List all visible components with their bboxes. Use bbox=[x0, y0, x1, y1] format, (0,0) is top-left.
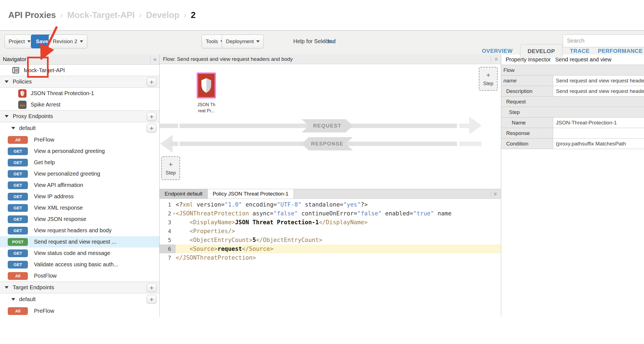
flow-item-label: PreFlow bbox=[34, 137, 54, 143]
add-proxy-endpoint-button[interactable]: + bbox=[147, 112, 157, 121]
flow-item[interactable]: AllPostFlow bbox=[0, 270, 159, 282]
line-number: 3 bbox=[160, 218, 176, 227]
revision-menu-button[interactable]: Revision 2 bbox=[49, 35, 87, 48]
inspector-value[interactable]: (proxy.pathsuffix MatchesPath bbox=[553, 139, 644, 149]
code-token: "1.0" bbox=[225, 201, 242, 208]
flow-item[interactable]: AllPreFlow bbox=[0, 134, 159, 145]
inspector-value[interactable] bbox=[553, 128, 644, 138]
add-flow-button[interactable]: + bbox=[147, 295, 157, 304]
code-line[interactable]: 6 <Source>request</Source> bbox=[160, 244, 501, 253]
code-line[interactable]: 4 <Properties/> bbox=[160, 227, 501, 236]
code-token: async= bbox=[249, 210, 274, 217]
section-proxy-endpoints-label: Proxy Endpoints bbox=[13, 113, 53, 119]
editor-tab-bar: Endpoint defaultPolicy JSON Threat Prote… bbox=[160, 189, 501, 199]
code-editor[interactable]: 1<?xml version="1.0" encoding="UTF-8" st… bbox=[160, 199, 501, 317]
method-badge: All bbox=[8, 272, 28, 280]
code-token: 5 bbox=[252, 237, 256, 243]
collapse-flow-map-icon[interactable]: » bbox=[493, 57, 499, 61]
flow-item[interactable]: GETView a personalized greeting bbox=[0, 145, 159, 157]
inspector-value[interactable]: JSON-Threat-Protection-1 bbox=[553, 118, 644, 128]
section-target-endpoints[interactable]: Target Endpoints + bbox=[0, 282, 159, 293]
code-line-text: <DisplayName>JSON Threat Protection-1</D… bbox=[176, 218, 368, 227]
divider bbox=[491, 191, 491, 197]
flow-item-label: View IP address bbox=[34, 193, 74, 200]
flow-item[interactable]: GETView request headers and body bbox=[0, 225, 159, 236]
navigator-panel: Navigator « Mock-Target-API Policies + bbox=[0, 54, 160, 317]
deployment-menu-button[interactable]: Deployment bbox=[222, 35, 264, 48]
section-policies-label: Policies bbox=[13, 79, 32, 85]
code-token: version= bbox=[193, 201, 225, 208]
inspector-label: Description bbox=[501, 86, 553, 96]
flow-item[interactable]: AllPreFlow bbox=[0, 305, 159, 317]
code-token: continueOnError= bbox=[298, 210, 357, 217]
inspector-value[interactable]: Send request and view request headers an… bbox=[553, 86, 644, 96]
flow-item-label: View status code and message bbox=[34, 250, 110, 256]
tab-performance[interactable]: PERFORMANCE bbox=[598, 48, 643, 54]
flow-item[interactable]: GETView status code and message bbox=[0, 247, 159, 259]
add-step-button[interactable]: + Step bbox=[479, 67, 498, 91]
response-track-stub bbox=[459, 142, 481, 146]
flow-item[interactable]: POSTSend request and view request ... bbox=[0, 236, 159, 247]
add-target-endpoint-button[interactable]: + bbox=[147, 283, 157, 292]
method-badge: GET bbox=[8, 170, 28, 178]
line-number: 7 bbox=[160, 253, 176, 262]
navigator-header: Navigator « bbox=[0, 54, 159, 65]
target-endpoint-default[interactable]: default + bbox=[0, 293, 159, 305]
flow-item[interactable]: GETView IP address bbox=[0, 191, 159, 202]
add-policy-button[interactable]: + bbox=[147, 77, 157, 87]
code-token: "UTF-8" bbox=[277, 201, 302, 208]
section-proxy-endpoints[interactable]: Proxy Endpoints + bbox=[0, 110, 159, 122]
policy-item-spike-arrest[interactable]: Spike Arrest bbox=[0, 99, 159, 110]
add-flow-button[interactable]: + bbox=[147, 124, 157, 133]
code-token: name bbox=[434, 210, 452, 217]
code-line[interactable]: 1<?xml version="1.0" encoding="UTF-8" st… bbox=[160, 200, 501, 209]
flow-map-header: Flow: Send request and view request head… bbox=[160, 54, 501, 64]
code-line[interactable]: 5 <ObjectEntryCount>5</ObjectEntryCount> bbox=[160, 236, 501, 244]
flow-item[interactable]: GETView personalized greeting bbox=[0, 168, 159, 179]
code-line[interactable]: 2▾<JSONThreatProtection async="false" co… bbox=[160, 209, 501, 218]
tab-overview[interactable]: OVERVIEW bbox=[482, 48, 513, 54]
shield-policy-icon bbox=[18, 89, 27, 98]
method-badge: GET bbox=[8, 193, 28, 200]
tab-develop[interactable]: DEVELOP bbox=[520, 44, 562, 58]
revision-menu-label: Revision 2 bbox=[53, 38, 77, 45]
flow-item[interactable]: GETView XML response bbox=[0, 202, 159, 213]
policy-item-json-threat-protection[interactable]: JSON Threat Protection-1 bbox=[0, 88, 159, 99]
code-token: <? bbox=[176, 201, 183, 208]
fold-marker-icon[interactable]: ▾ bbox=[173, 209, 175, 218]
caret-down-icon bbox=[5, 80, 9, 83]
code-token: <JSONThreatProtection bbox=[176, 210, 249, 217]
project-menu-label: Project bbox=[9, 38, 25, 45]
code-token: ?> bbox=[361, 201, 368, 208]
editor-tab-policy-json-threat-protection-1[interactable]: Policy JSON Threat Protection-1 bbox=[208, 189, 294, 199]
project-menu-button[interactable]: Project bbox=[4, 35, 35, 48]
flow-item[interactable]: GETGet help bbox=[0, 157, 159, 168]
help-flow-link[interactable]: Flow bbox=[324, 38, 336, 45]
deployment-menu-label: Deployment bbox=[226, 38, 254, 45]
code-line[interactable]: 7</JSONThreatProtection> bbox=[160, 253, 501, 262]
flow-item[interactable]: GETValidate access using basic auth... bbox=[0, 259, 159, 270]
collapse-navigator-icon[interactable]: « bbox=[153, 56, 157, 62]
flow-item[interactable]: GETView JSON response bbox=[0, 213, 159, 225]
proxy-root-item[interactable]: Mock-Target-API bbox=[0, 65, 159, 76]
code-token: <Properties/> bbox=[190, 228, 235, 234]
expand-editor-icon[interactable]: » bbox=[492, 192, 498, 196]
inspector-row: Response bbox=[501, 128, 644, 139]
policy-step-json-threat-protection[interactable]: JSON Th reat Pr... bbox=[186, 72, 227, 114]
caret-down-icon bbox=[5, 286, 9, 289]
tab-trace[interactable]: TRACE bbox=[570, 48, 590, 54]
flow-item-label: Validate access using basic auth... bbox=[34, 261, 118, 268]
code-line[interactable]: 3 <DisplayName>JSON Threat Protection-1<… bbox=[160, 218, 501, 227]
code-token bbox=[176, 228, 190, 234]
inspector-value[interactable]: Send request and view request headers an… bbox=[553, 75, 644, 86]
section-policies[interactable]: Policies + bbox=[0, 76, 159, 88]
proxy-endpoint-default[interactable]: default + bbox=[0, 122, 159, 134]
editor-tab-endpoint-default[interactable]: Endpoint default bbox=[160, 189, 208, 199]
proxy-root-label: Mock-Target-API bbox=[24, 67, 65, 74]
flow-map-canvas: JSON Th reat Pr... + Step REQUEST RESPON… bbox=[160, 64, 501, 189]
flow-item[interactable]: GETView API affirmation bbox=[0, 179, 159, 191]
flow-item-label: View a personalized greeting bbox=[34, 148, 105, 154]
add-step-button[interactable]: + Step bbox=[161, 156, 180, 180]
code-token bbox=[176, 237, 190, 243]
code-token bbox=[176, 246, 190, 252]
